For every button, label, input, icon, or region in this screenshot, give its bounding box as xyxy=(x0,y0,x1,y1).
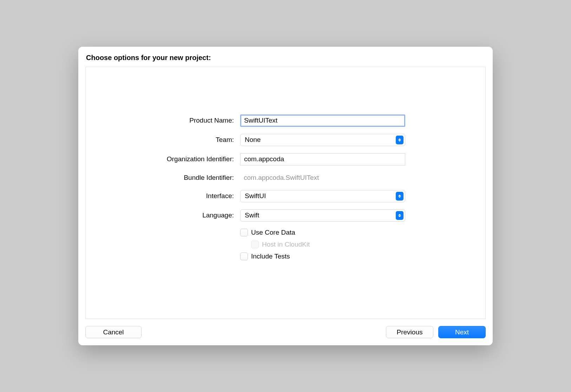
include-tests-label: Include Tests xyxy=(251,253,290,260)
host-cloudkit-checkbox xyxy=(251,241,259,248)
use-core-data-label: Use Core Data xyxy=(251,229,295,236)
new-project-options-dialog: Choose options for your new project: Pro… xyxy=(78,47,493,345)
bundle-identifier-label: Bundle Identifier: xyxy=(128,174,240,182)
org-identifier-label: Organization Identifier: xyxy=(128,155,240,163)
dialog-title: Choose options for your new project: xyxy=(85,54,486,62)
interface-label: Interface: xyxy=(128,192,240,200)
previous-button[interactable]: Previous xyxy=(386,326,433,338)
chevron-up-down-icon xyxy=(396,211,403,220)
org-identifier-row: Organization Identifier: xyxy=(86,153,485,165)
language-select-value: Swift xyxy=(245,211,396,219)
product-name-row: Product Name: xyxy=(86,115,485,127)
team-row: Team: None xyxy=(86,134,485,146)
content-area: Product Name: Team: None Organization Id… xyxy=(85,67,486,319)
language-label: Language: xyxy=(128,211,240,219)
interface-row: Interface: SwiftUI xyxy=(86,190,485,202)
nav-button-group: Previous Next xyxy=(386,326,486,338)
language-select[interactable]: Swift xyxy=(240,209,405,222)
include-tests-row: Include Tests xyxy=(240,253,405,260)
interface-select[interactable]: SwiftUI xyxy=(240,190,405,202)
org-identifier-input[interactable] xyxy=(240,153,405,165)
cancel-button[interactable]: Cancel xyxy=(85,326,142,338)
team-label: Team: xyxy=(128,136,240,144)
use-core-data-checkbox[interactable] xyxy=(240,229,248,236)
host-cloudkit-label: Host in CloudKit xyxy=(262,241,310,248)
use-core-data-row: Use Core Data xyxy=(240,229,405,236)
team-select-value: None xyxy=(245,136,396,144)
product-name-label: Product Name: xyxy=(128,117,240,124)
chevron-up-down-icon xyxy=(396,136,403,144)
include-tests-checkbox[interactable] xyxy=(240,253,248,260)
next-button[interactable]: Next xyxy=(438,326,486,338)
language-row: Language: Swift xyxy=(86,209,485,222)
interface-select-value: SwiftUI xyxy=(245,192,396,200)
chevron-up-down-icon xyxy=(396,192,403,201)
host-cloudkit-row: Host in CloudKit xyxy=(240,241,405,248)
button-bar: Cancel Previous Next xyxy=(85,319,486,338)
bundle-identifier-row: Bundle Identifier: com.appcoda.SwiftUITe… xyxy=(86,172,485,183)
team-select[interactable]: None xyxy=(240,134,405,146)
bundle-identifier-value: com.appcoda.SwiftUIText xyxy=(240,172,405,183)
product-name-input[interactable] xyxy=(240,115,405,127)
core-data-row: Use Core Data Host in CloudKit Include T… xyxy=(86,229,485,264)
